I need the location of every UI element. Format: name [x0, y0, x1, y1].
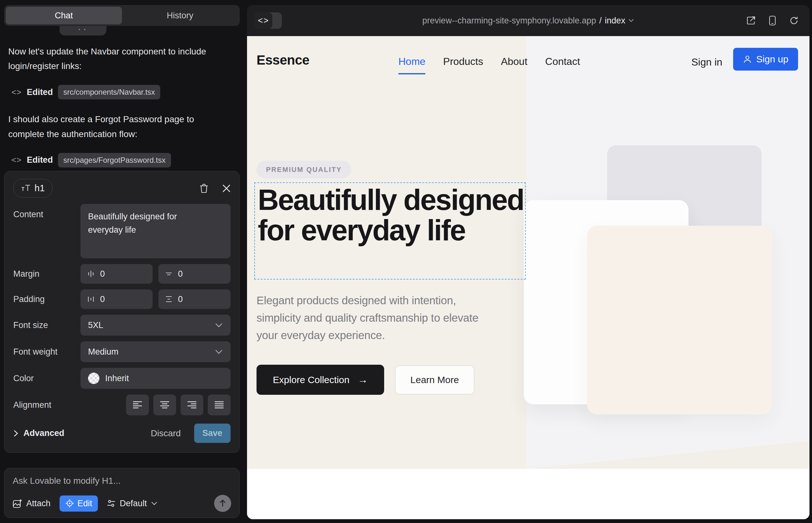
chevron-down-icon	[215, 349, 223, 354]
save-button[interactable]: Save	[194, 423, 231, 443]
chevron-down-icon	[628, 19, 634, 22]
color-label: Color	[13, 374, 81, 383]
arrow-up-icon	[219, 499, 226, 507]
font-size-select[interactable]: 5XL	[81, 315, 231, 336]
font-weight-select[interactable]: Medium	[81, 341, 231, 362]
edited-file-row[interactable]: <> Edited src/components/Navbar.tsx	[12, 85, 211, 100]
hero-description: Elegant products designed with intention…	[257, 292, 492, 344]
assistant-message: Now let's update the Navbar component to…	[8, 44, 208, 73]
attach-button[interactable]: Attach	[13, 499, 51, 508]
hero-heading[interactable]: Beautifully designed for everyday life	[258, 185, 525, 245]
sign-in-link[interactable]: Sign in	[691, 56, 722, 68]
align-right-icon	[187, 401, 197, 409]
edited-label: Edited	[27, 87, 53, 97]
selected-heading-outline[interactable]: Beautifully designed for everyday life	[254, 182, 526, 279]
site-canvas: Essence Home Products About Contact Sign…	[247, 36, 810, 519]
user-icon	[743, 55, 752, 64]
padding-vertical-icon	[165, 295, 173, 303]
tab-history[interactable]: History	[122, 7, 238, 24]
align-left-icon	[133, 401, 142, 409]
alignment-label: Alignment	[13, 400, 81, 410]
padding-vertical-input[interactable]: 0	[158, 289, 231, 309]
padding-horizontal-input[interactable]: 0	[81, 289, 153, 309]
align-center-button[interactable]	[153, 395, 176, 415]
file-badge[interactable]: src/pages/ForgotPassword.tsx	[58, 153, 171, 167]
explore-collection-button[interactable]: Explore Collection →	[257, 365, 384, 395]
model-selector[interactable]: Default	[107, 499, 157, 508]
open-in-new-tab-button[interactable]	[746, 16, 756, 25]
premium-quality-badge: PREMIUM QUALITY	[257, 161, 351, 179]
advanced-toggle[interactable]: Advanced	[13, 428, 64, 438]
nav-link-home[interactable]: Home	[399, 56, 425, 68]
margin-vertical-icon	[165, 270, 173, 278]
chevron-down-icon	[151, 502, 157, 506]
margin-vertical-input[interactable]: 0	[158, 264, 231, 284]
color-swatch	[88, 373, 100, 384]
scrolled-badge-overflow: ··	[59, 26, 106, 35]
padding-horizontal-icon	[87, 295, 95, 303]
align-left-button[interactable]	[126, 395, 149, 415]
close-editor-button[interactable]	[222, 184, 231, 193]
element-editor-panel: h1 Content Beautifully desig	[4, 171, 240, 453]
preview-topbar: <> preview--charming-site-symphony.lovab…	[247, 5, 810, 36]
content-input[interactable]: Beautifully designed for everyday life	[81, 204, 231, 258]
learn-more-button[interactable]: Learn More	[395, 365, 474, 395]
delete-element-button[interactable]	[199, 184, 208, 193]
chevron-down-icon	[215, 323, 223, 328]
chat-history-tabbar: Chat History	[4, 5, 240, 26]
selected-element-pill[interactable]: h1	[13, 179, 53, 198]
edited-file-row[interactable]: <> Edited src/pages/ForgotPassword.tsx	[12, 153, 211, 167]
sign-up-button[interactable]: Sign up	[733, 48, 798, 71]
chat-messages: Now let's update the Navbar component to…	[8, 44, 211, 180]
margin-label: Margin	[13, 269, 81, 279]
file-badge[interactable]: src/components/Navbar.tsx	[58, 85, 160, 100]
code-icon: <>	[12, 87, 21, 97]
align-right-button[interactable]	[180, 395, 203, 415]
site-logo[interactable]: Essence	[257, 53, 310, 68]
font-weight-label: Font weight	[13, 347, 81, 357]
code-icon: <>	[12, 155, 21, 165]
align-justify-button[interactable]	[208, 395, 231, 415]
chat-input-box[interactable]: Ask Lovable to modify H1... Attach Edit	[4, 468, 240, 518]
sliders-icon	[107, 499, 116, 508]
nav-link-products[interactable]: Products	[443, 56, 483, 68]
send-button[interactable]	[214, 495, 231, 512]
align-center-icon	[160, 401, 170, 409]
nav-link-contact[interactable]: Contact	[545, 56, 580, 68]
text-size-icon	[21, 184, 31, 193]
nav-link-about[interactable]: About	[501, 56, 528, 68]
preview-panel: <> preview--charming-site-symphony.lovab…	[247, 5, 810, 519]
attach-image-icon	[13, 499, 22, 508]
tab-chat[interactable]: Chat	[6, 7, 122, 24]
margin-horizontal-input[interactable]: 0	[81, 264, 153, 284]
refresh-button[interactable]	[789, 16, 799, 25]
discard-button[interactable]: Discard	[151, 428, 181, 438]
arrow-right-icon: →	[357, 374, 368, 385]
margin-horizontal-icon	[87, 270, 95, 278]
content-label: Content	[13, 204, 81, 219]
target-icon	[65, 499, 74, 508]
chat-input-placeholder: Ask Lovable to modify H1...	[13, 476, 231, 486]
assistant-message: I should also create a Forgot Password p…	[8, 112, 208, 141]
mobile-view-button[interactable]	[769, 16, 776, 26]
color-select[interactable]: Inherit	[81, 368, 231, 389]
edited-label: Edited	[27, 155, 53, 165]
edit-mode-pill[interactable]: Edit	[59, 495, 98, 511]
selected-tag-name: h1	[35, 183, 45, 194]
font-size-label: Font size	[13, 320, 81, 330]
site-nav: Home Products About Contact	[399, 56, 580, 68]
align-justify-icon	[214, 401, 224, 409]
chevron-right-icon	[13, 430, 18, 437]
decor-card-cream	[587, 226, 772, 414]
preview-url[interactable]: preview--charming-site-symphony.lovable.…	[247, 5, 810, 36]
padding-label: Padding	[13, 294, 81, 304]
sidebar: Chat History ·· Now let's update the Nav…	[0, 0, 246, 523]
